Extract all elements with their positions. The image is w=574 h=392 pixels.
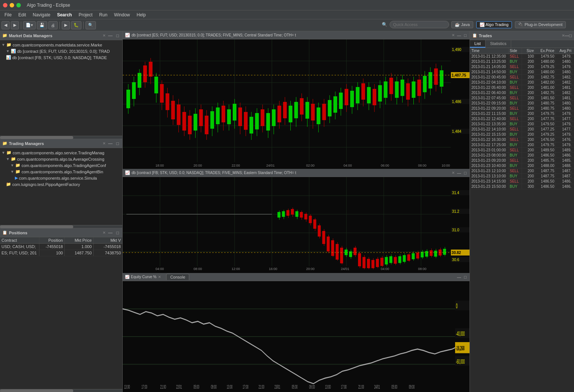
- td-exprice: 1489.50: [535, 148, 555, 152]
- td-size: 200: [522, 101, 535, 106]
- trades-maximize[interactable]: □: [569, 33, 572, 38]
- tree-item-fb-label: db [contract [FB; STK; USD; 0.0; NASDAQ]…: [12, 55, 107, 60]
- toolbar-debug[interactable]: 🐛: [71, 21, 81, 29]
- positions-hscroll[interactable]: [0, 389, 122, 392]
- minimize-button[interactable]: [10, 3, 14, 7]
- trading-item-root[interactable]: ▼ 📁 com.quantcomponents.algo.service.Tra…: [0, 150, 122, 156]
- svg-rect-231: [430, 250, 433, 256]
- chart2-area[interactable]: 31.4 31.2 31.0 30.82 30.6 04:00: [123, 177, 470, 273]
- chart1-maximize[interactable]: □: [463, 33, 467, 38]
- positions-maximize[interactable]: □: [115, 230, 120, 235]
- trading-item-simula[interactable]: ▶ com.quantcomponents.algo.service.Simul…: [0, 175, 122, 181]
- col-side: Side: [509, 48, 522, 54]
- persp-tab-java[interactable]: ☕ Java: [451, 21, 473, 28]
- td-exprice: 1476.50: [535, 137, 555, 142]
- col-contract: Contract: [0, 237, 39, 243]
- chart1-area[interactable]: 1,490 1,488 1,486 1,484 1,487.75 18:00: [123, 39, 470, 169]
- menu-run[interactable]: Run: [96, 12, 110, 18]
- trade-row: 2013-01-22 09:15:00 BUY 200 1480.75 1480…: [470, 101, 574, 106]
- td-exprice: 1482.75: [535, 90, 555, 95]
- menu-project[interactable]: Project: [75, 12, 95, 18]
- trading-item-conf[interactable]: ▼ 📁 com.quantcomponents.algo.TradingAgen…: [0, 162, 122, 168]
- menu-help[interactable]: Help: [134, 12, 149, 18]
- chart2-maximize[interactable]: □: [463, 171, 467, 175]
- svg-text:21:00: 21:00: [358, 384, 364, 390]
- market-data-hscroll[interactable]: [0, 136, 122, 139]
- tab-list[interactable]: List: [470, 40, 486, 48]
- toolbar-back[interactable]: ◀: [1, 21, 10, 29]
- market-data-maximize[interactable]: □: [115, 33, 120, 38]
- trade-row: 2013-01-21 13:25:00 BUY 200 1480.00 1480…: [470, 59, 574, 64]
- chart2-minimize[interactable]: —: [456, 171, 462, 175]
- toolbar-run[interactable]: ▶: [62, 21, 70, 29]
- svg-rect-125: [434, 68, 438, 85]
- svg-text:1,490: 1,490: [452, 48, 462, 52]
- equity-header: 📈 Equity Curve % ✕ Console — □: [123, 273, 470, 281]
- td-side: SELL: [509, 54, 522, 59]
- menu-window[interactable]: Window: [111, 12, 133, 18]
- trades-close-icon: ✕: [562, 33, 565, 38]
- trading-hscroll[interactable]: [0, 225, 122, 228]
- td-exprice: 1479.50: [535, 54, 555, 59]
- tab-statistics[interactable]: Statistics: [486, 40, 511, 48]
- menu-search[interactable]: Search: [54, 12, 75, 18]
- td-time: 2013-01-23 08:00:00: [470, 153, 509, 158]
- quick-access-input[interactable]: [390, 21, 449, 28]
- menu-file[interactable]: File: [1, 12, 14, 18]
- svg-rect-165: [282, 211, 285, 217]
- equity-maximize[interactable]: □: [463, 275, 467, 279]
- td-avgpri: 1479.: [555, 64, 572, 69]
- trading-maximize[interactable]: □: [115, 141, 120, 146]
- equity-area[interactable]: 0 -16,268 -40,000 -60,000 13:00 17:00 21…: [123, 281, 470, 392]
- persp-tab-plugin[interactable]: 🔌 Plug-in Development: [515, 21, 566, 28]
- console-tab[interactable]: Console: [166, 274, 189, 280]
- positions-minimize[interactable]: —: [107, 230, 114, 235]
- trade-row: 2013-01-22 14:10:00 SELL 200 1477.25 147…: [470, 127, 574, 132]
- market-data-close-icon: ✕: [103, 33, 106, 38]
- trading-item-pippo[interactable]: 📁 com.luigisgro.test.PippoAgentFactory: [0, 181, 122, 187]
- svg-text:02:00: 02:00: [306, 164, 315, 167]
- svg-text:09:00: 09:00: [409, 384, 415, 390]
- market-data-minimize[interactable]: —: [107, 33, 114, 38]
- menu-navigate[interactable]: Navigate: [30, 12, 53, 18]
- col-time: Time: [470, 48, 509, 54]
- trades-panel-header: 📋 Trades ✕ — □: [470, 31, 574, 40]
- td-avgpri: 1488.: [555, 163, 572, 168]
- td-size: 200: [522, 80, 535, 85]
- chart1-minimize[interactable]: —: [456, 33, 462, 38]
- td-exprice: 1477.25: [535, 127, 555, 132]
- maximize-button[interactable]: [16, 3, 21, 7]
- tree-item-label: com.quantcomponents.marketdata.service.M…: [13, 43, 102, 47]
- trading-minimize[interactable]: —: [107, 141, 114, 146]
- toolbar-new[interactable]: 📄▾: [23, 21, 36, 29]
- td-avgpri: 1481.: [555, 85, 572, 90]
- trading-title: Trading Managers: [9, 141, 101, 146]
- toolbar-print[interactable]: 🖨: [48, 21, 58, 29]
- toolbar-save[interactable]: 💾: [37, 21, 47, 29]
- svg-text:30.82: 30.82: [452, 251, 461, 255]
- svg-rect-217: [398, 256, 401, 263]
- svg-rect-45: [210, 111, 214, 129]
- trades-minimize[interactable]: —: [565, 33, 569, 38]
- td-time: 2013-01-21 14:50:00: [470, 70, 509, 74]
- chart1-svg: 1,490 1,488 1,486 1,484 1,487.75 18:00: [123, 39, 470, 169]
- td-avgpri: 1480.: [555, 59, 572, 64]
- tree-item-fb[interactable]: 📊 db [contract [FB; STK; USD; 0.0; NASDA…: [0, 54, 122, 61]
- trading-item-bin[interactable]: ▼ 📁 com.quantcomponents.algo.TradingAgen…: [0, 168, 122, 175]
- chart2-close-icon: ✕: [452, 171, 455, 175]
- close-button[interactable]: [3, 3, 7, 7]
- positions-table: Contract Position Mkt Price Mkt V USD; C…: [0, 237, 122, 389]
- trade-row: 2013-01-22 11:15:00 BUY 200 1479.75 1479…: [470, 111, 574, 116]
- toolbar-forward[interactable]: ▶: [11, 21, 19, 29]
- pos-position-es: 100: [39, 250, 65, 256]
- tree-item-root[interactable]: ▼ 📁 com.quantcomponents.marketdata.servi…: [0, 42, 122, 48]
- equity-minimize[interactable]: —: [456, 275, 462, 279]
- persp-tab-algotrading[interactable]: 📈 Algo Trading: [476, 21, 512, 28]
- toolbar-search[interactable]: 🔍: [86, 21, 96, 29]
- td-avgpri: 1479.: [555, 142, 572, 147]
- trading-item-avg[interactable]: ▼ 📁 com.quantcomponents.algo.ta.AverageC…: [0, 156, 122, 162]
- tree-item-es[interactable]: ▼ 📊 db [contract [ES; FUT; USD; 20130315…: [0, 48, 122, 54]
- pos-mktprice-usd: 1.000: [65, 244, 93, 250]
- trade-row: 2013-01-22 13:35:00 BUY 200 1479.50 1479…: [470, 122, 574, 127]
- menu-edit[interactable]: Edit: [15, 12, 29, 18]
